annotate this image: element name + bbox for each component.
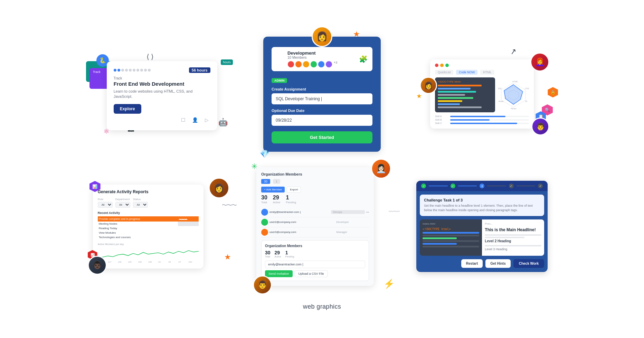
svg-text:2/1: 2/1 <box>158 261 161 263</box>
due-date-label: Optional Due Date <box>272 109 372 113</box>
row-bar-3 <box>178 226 199 231</box>
android-icon: 🤖 <box>218 118 228 127</box>
dept-dropdown[interactable]: All <box>115 202 130 208</box>
stat-pending-label: Pending <box>286 201 296 204</box>
tab-quicklist[interactable]: QuickList <box>435 70 453 75</box>
code-block-2 <box>423 235 479 236</box>
card3-wrapper: ↗ 👩‍🦰 👩 QuickList Code NOW HTML <box>420 59 551 129</box>
code-line-1 <box>438 85 481 86</box>
play-icon: ▷ <box>203 116 210 123</box>
table-row-highlighted: Provide complete and in-progress ▬▬▬ <box>98 216 199 222</box>
card1-progress-bar: 56 hours <box>114 67 210 73</box>
bar-track-3 <box>450 123 529 124</box>
step-1-icon: ✓ <box>421 184 426 188</box>
inner-title: Organization Members <box>265 244 365 248</box>
row-label-4: View Modules <box>98 231 178 235</box>
card2-top-avatar: 👩 <box>312 26 332 47</box>
code-icon: ⟨ ⟩ <box>146 53 154 61</box>
person-icon: 👤 <box>192 116 199 123</box>
tab-codenow[interactable]: Code NOW <box>456 70 477 75</box>
upload-csv-button[interactable]: Upload a CSV File <box>295 270 328 277</box>
due-date-input[interactable] <box>272 115 372 126</box>
card5-action-btns: + Add Member Export <box>261 187 369 193</box>
card2-member-count: 10 Members <box>287 56 337 59</box>
member-row-1: emily@teamtracker.com | Devops ••• <box>261 207 369 217</box>
svg-text:Node: Node <box>499 100 504 102</box>
member-avatar-2 <box>261 219 268 226</box>
card5-outer-title: Organization Members <box>261 172 369 176</box>
svg-text:2/10: 2/10 <box>188 261 192 263</box>
recent-activity-label: Recent Activity <box>98 211 199 215</box>
card3-content: <!DOCTYPE html> <box>435 77 529 112</box>
bar-label-3: Skill C <box>435 122 449 124</box>
role-label: Role <box>98 198 113 201</box>
code-line-2 <box>438 88 471 90</box>
card2-team-info: Development 10 Members +3 <box>287 50 337 68</box>
check-work-button[interactable]: Check Work <box>513 259 544 268</box>
progress-dots <box>114 69 151 72</box>
bar-label-1: Skill A <box>435 115 449 118</box>
card1-desc: Learn to code websites using HTML, CSS, … <box>114 89 210 100</box>
status-dropdown[interactable]: All <box>133 202 148 208</box>
bar-row-2: Skill B <box>435 119 529 121</box>
member-email-2: user2@company.com <box>269 220 335 224</box>
red-dot <box>435 64 438 67</box>
assignment-input[interactable] <box>272 93 372 104</box>
lightning-icon: ⚡ <box>383 279 395 289</box>
card5-tabs: 30 1 <box>261 179 369 184</box>
preview-h2: Level 2 Heading <box>485 239 541 243</box>
radar-container: HTML CSS JS React Node SQL <box>498 77 529 112</box>
member-role-2: Developer <box>336 220 369 224</box>
member-row-2: user2@company.com Developer <box>261 217 369 227</box>
card5-tab-30[interactable]: 30 <box>261 179 270 184</box>
export-button[interactable]: Export <box>287 187 301 193</box>
stat-total-label: Total <box>261 201 267 204</box>
line-chart: 1/14 1/17 1/20 1/23 1/26 1/29 2/1 2/4 2/… <box>98 246 199 264</box>
step-1: ✓ <box>421 184 426 188</box>
card4-star: ★ <box>224 253 231 262</box>
row-label-2: Meeting Nodes <box>98 222 178 226</box>
code-line-6 <box>438 100 462 102</box>
role-dropdown[interactable]: All <box>98 202 113 208</box>
row-label-3: Reading Today <box>98 226 178 231</box>
code-block-6 <box>423 246 479 247</box>
dot-1 <box>114 69 116 72</box>
add-member-button[interactable]: + Add Member <box>261 187 285 193</box>
row-label-5: Technologies and courses <box>98 235 178 240</box>
card1-track-label: Track <box>114 76 210 80</box>
get-started-button[interactable]: Get Started <box>272 131 372 143</box>
bar-track-1 <box>450 116 529 117</box>
member-list: emily@teamtracker.com | Devops ••• user2… <box>261 207 369 237</box>
bar-row-1: Skill A <box>435 115 529 118</box>
member-avatar-3 <box>261 229 268 236</box>
card1-main: 56 hours Track Front End Web Development… <box>107 61 217 131</box>
stat-pending-num: 1 <box>286 195 296 201</box>
card5-tab-1[interactable]: 1 <box>273 179 280 184</box>
invite-email-input[interactable] <box>265 261 365 268</box>
member-row-dots: ••• <box>366 210 369 214</box>
stat-active-num: 29 <box>273 195 281 201</box>
card6-buttons: Restart Get Hints Check Work <box>416 259 548 272</box>
card3-cell: ↗ 👩‍🦰 👩 QuickList Code NOW HTML <box>414 35 557 153</box>
card3-star: ★ <box>416 92 422 100</box>
wavy-icon-5: 〰〰 <box>389 209 400 215</box>
send-invitation-button[interactable]: Send Invitation <box>265 270 293 277</box>
restart-button[interactable]: Restart <box>461 259 483 268</box>
code-line-8 <box>438 106 481 108</box>
card1-teal-hours-badge: hours <box>221 59 233 65</box>
dot-4 <box>125 69 128 72</box>
inner-stat-30: 30 Total <box>265 250 271 258</box>
explore-button[interactable]: Explore <box>114 104 141 114</box>
member-row-3: user3@company.com Manager <box>261 227 369 237</box>
member-6 <box>325 61 332 68</box>
arrow-icon: ↗ <box>510 47 517 57</box>
dot-5 <box>129 69 132 72</box>
member-5 <box>318 61 325 68</box>
svg-text:1/29: 1/29 <box>148 261 152 263</box>
card4-controls: Role All Department All Stat <box>98 198 199 208</box>
tab-html[interactable]: HTML <box>480 70 494 75</box>
card4-wrapper: 📊 👩 Generate Activity Reports Role All <box>93 185 224 269</box>
get-hints-button[interactable]: Get Hints <box>485 259 510 268</box>
preview-line-2 <box>485 237 524 238</box>
sparkle-icon: ✳ <box>251 162 257 171</box>
